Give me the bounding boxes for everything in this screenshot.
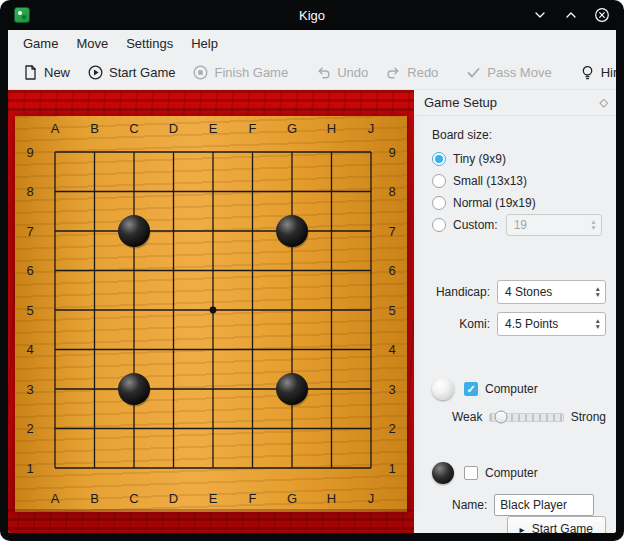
svg-text:F: F [249, 121, 257, 136]
komi-spinbox[interactable]: 4.5 Points [497, 312, 606, 336]
titlebar: Kigo [0, 0, 624, 30]
white-computer-checkbox[interactable] [464, 382, 478, 396]
toolbar-button-label: Start Game [109, 65, 175, 80]
menu-help[interactable]: Help [182, 33, 227, 54]
white-strength-row: Weak Strong [452, 410, 606, 424]
komi-label: Komi: [432, 317, 490, 331]
black-computer-checkbox[interactable] [464, 466, 478, 480]
toolbar-button-start-game[interactable]: Start Game [81, 60, 181, 85]
radio-icon[interactable] [432, 218, 446, 232]
play-arrow-icon: ▸ [520, 524, 525, 534]
start-game-label: Start Game [532, 522, 593, 533]
black-player-row: Computer [432, 462, 606, 484]
svg-text:E: E [209, 121, 218, 136]
custom-size-spinbox[interactable]: 19 [506, 214, 602, 236]
toolbar-button-pass-move[interactable]: Pass Move [459, 60, 557, 85]
black-stone-icon [432, 462, 454, 484]
handicap-spinbox[interactable]: 4 Stones [497, 280, 606, 304]
toolbar-button-label: Hint [601, 65, 616, 80]
svg-text:8: 8 [388, 184, 395, 199]
start-row: ▸ Start Game [432, 516, 606, 533]
svg-text:J: J [368, 121, 375, 136]
menu-settings[interactable]: Settings [117, 33, 182, 54]
handicap-value: 4 Stones [505, 285, 552, 299]
black-player-name-input[interactable] [494, 494, 594, 516]
document-new-icon [22, 64, 39, 81]
strength-slider[interactable] [489, 413, 563, 422]
panel-content: Board size: Tiny (9x9)Small (13x13)Norma… [414, 116, 616, 533]
menubar: Game Move Settings Help [8, 30, 616, 56]
spin-arrows-icon[interactable] [588, 286, 601, 298]
toolbar-button-redo[interactable]: Redo [379, 60, 444, 85]
strong-label: Strong [571, 410, 606, 424]
radio-label: Small (13x13) [453, 174, 527, 188]
toolbar-button-label: Finish Game [214, 65, 288, 80]
kigo-window: Kigo Game Move Settings Help New [0, 0, 624, 541]
svg-text:8: 8 [26, 184, 33, 199]
svg-text:5: 5 [388, 303, 395, 318]
app-icon [14, 7, 30, 23]
weak-label: Weak [452, 410, 482, 424]
svg-text:3: 3 [388, 382, 395, 397]
svg-text:4: 4 [26, 342, 33, 357]
komi-value: 4.5 Points [505, 317, 558, 331]
minimize-button[interactable] [532, 7, 548, 23]
toolbar-button-finish-game[interactable]: Finish Game [186, 60, 294, 85]
svg-text:C: C [129, 121, 138, 136]
board-size-option-0[interactable]: Tiny (9x9) [432, 148, 606, 170]
play-circle-icon [87, 64, 104, 81]
toolbar-button-label: Undo [337, 65, 368, 80]
svg-text:C: C [129, 491, 138, 506]
toolbar-button-new[interactable]: New [16, 60, 76, 85]
svg-text:5: 5 [26, 303, 33, 318]
spin-arrows-icon[interactable] [588, 318, 601, 330]
go-board[interactable]: AABBCCDDEEFFGGHHJJ998877665544332211 [15, 116, 407, 512]
svg-text:D: D [169, 121, 178, 136]
radio-icon[interactable] [432, 196, 446, 210]
redo-arrow-icon [385, 64, 402, 81]
white-player-row: Computer [432, 378, 606, 400]
board-size-option-3[interactable]: Custom:19 [432, 214, 606, 236]
lightbulb-icon [579, 64, 596, 81]
handicap-label: Handicap: [432, 285, 490, 299]
custom-size-value: 19 [514, 218, 527, 232]
black-name-row: Name: [452, 494, 606, 516]
window-title: Kigo [0, 8, 624, 23]
svg-text:1: 1 [388, 461, 395, 476]
svg-text:H: H [327, 491, 336, 506]
toolbar-button-undo[interactable]: Undo [309, 60, 374, 85]
svg-text:E: E [209, 491, 218, 506]
toolbar: New Start Game Finish Game Undo Redo [8, 56, 616, 90]
undo-arrow-icon [315, 64, 332, 81]
chevron-up-icon [563, 7, 579, 23]
strength-slider-handle[interactable] [494, 411, 507, 424]
svg-text:2: 2 [388, 421, 395, 436]
toolbar-button-label: Pass Move [487, 65, 551, 80]
svg-text:7: 7 [388, 224, 395, 239]
svg-text:G: G [287, 121, 297, 136]
radio-label: Normal (19x19) [453, 196, 536, 210]
board-size-option-1[interactable]: Small (13x13) [432, 170, 606, 192]
float-dock-icon[interactable] [600, 96, 608, 109]
toolbar-button-label: New [44, 65, 70, 80]
spin-arrows-icon[interactable] [583, 219, 596, 231]
close-button[interactable] [594, 7, 610, 23]
radio-icon[interactable] [432, 152, 446, 166]
svg-text:G: G [287, 491, 297, 506]
svg-text:A: A [51, 491, 60, 506]
radio-label: Tiny (9x9) [453, 152, 506, 166]
svg-text:3: 3 [26, 382, 33, 397]
menu-game[interactable]: Game [14, 33, 67, 54]
board-size-label: Board size: [432, 128, 606, 142]
toolbar-button-hint[interactable]: Hint [573, 60, 616, 85]
maximize-button[interactable] [563, 7, 579, 23]
board-size-option-2[interactable]: Normal (19x19) [432, 192, 606, 214]
toolbar-button-label: Redo [407, 65, 438, 80]
svg-text:2: 2 [26, 421, 33, 436]
radio-icon[interactable] [432, 174, 446, 188]
svg-text:B: B [90, 491, 99, 506]
white-computer-label: Computer [485, 382, 538, 396]
start-game-button[interactable]: ▸ Start Game [507, 516, 606, 533]
menu-move[interactable]: Move [67, 33, 117, 54]
svg-text:1: 1 [26, 461, 33, 476]
